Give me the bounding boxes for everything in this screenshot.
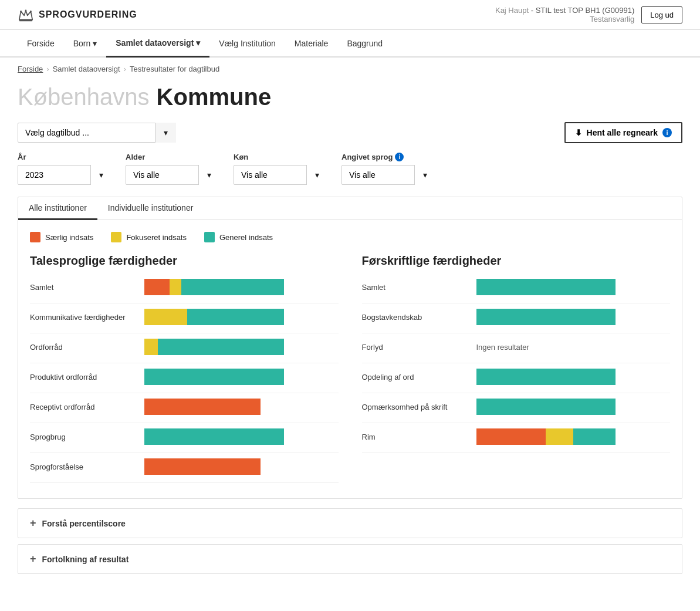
chart-bar-container bbox=[476, 279, 671, 295]
row-divider bbox=[362, 453, 671, 453]
user-info: Kaj Haupt - STIL test TOP BH1 (G00991) T… bbox=[495, 6, 634, 23]
filter-age-dropdown[interactable]: Vis alle3 år4 år5 år6 år bbox=[126, 165, 219, 185]
legend-label-yellow: Fokuseret indsats bbox=[126, 233, 187, 242]
chart-row-label: Sprogbrug bbox=[30, 433, 144, 441]
bar-segment-yellow bbox=[546, 428, 573, 445]
accordion-2: + Fortolkning af resultat bbox=[18, 544, 682, 574]
chart-bar-container bbox=[476, 399, 671, 415]
legend-color-yellow bbox=[111, 232, 121, 242]
row-divider bbox=[30, 453, 339, 453]
legend-item-yellow: Fokuseret indsats bbox=[111, 232, 187, 242]
bar-segment-teal bbox=[476, 309, 616, 325]
nav-item-samlet[interactable]: Samlet dataoversigt ▾ bbox=[106, 30, 209, 58]
filter-gender-label: Køn bbox=[234, 153, 327, 161]
accordion-2-header[interactable]: + Fortolkning af resultat bbox=[18, 545, 682, 573]
bar-segment-teal bbox=[158, 339, 284, 355]
breadcrumb-sep-1: › bbox=[46, 65, 49, 73]
accordion-1-label: Forstå percentilscore bbox=[42, 519, 126, 528]
chart-sections: Talesproglige færdigheder SamletKommunik… bbox=[30, 254, 670, 487]
chart-row-label: Receptivt ordforråd bbox=[30, 403, 144, 411]
language-info-icon[interactable]: i bbox=[395, 153, 404, 161]
chart-row-label: Opmærksomhed på skrift bbox=[362, 403, 476, 411]
svg-point-3 bbox=[20, 11, 22, 12]
chart-bar-container bbox=[476, 309, 671, 325]
chart-bar-container bbox=[144, 458, 339, 475]
user-role: Testansvarlig bbox=[495, 15, 634, 23]
nav-samlet-chevron: ▾ bbox=[196, 38, 200, 48]
legend-label-red: Særlig indsats bbox=[45, 233, 93, 242]
row-divider bbox=[362, 423, 671, 423]
tab-alle-institutioner[interactable]: Alle institutioner bbox=[18, 197, 97, 220]
download-info-badge: i bbox=[662, 128, 672, 137]
chart-row-label: Samlet bbox=[362, 283, 476, 292]
left-chart-section: Talesproglige færdigheder SamletKommunik… bbox=[30, 254, 339, 487]
download-button[interactable]: ⬇ Hent alle regneark i bbox=[564, 122, 682, 143]
chart-row-label: Samlet bbox=[30, 283, 144, 292]
nav-item-forside[interactable]: Forside bbox=[18, 30, 64, 56]
row-divider bbox=[30, 333, 339, 333]
dagtilbud-dropdown[interactable]: Vælg dagtilbud ... bbox=[18, 123, 176, 143]
filters-row: År 202320222021 ▾ Alder Vis alle3 år4 år… bbox=[0, 153, 700, 197]
row-divider bbox=[30, 363, 339, 363]
dagtilbud-select-wrapper[interactable]: Vælg dagtilbud ... ▾ bbox=[18, 123, 176, 143]
bar-segment-red bbox=[144, 458, 261, 475]
row-divider bbox=[362, 363, 671, 363]
svg-point-2 bbox=[25, 10, 27, 12]
tab-individuelle-institutioner[interactable]: Individuelle institutioner bbox=[97, 197, 204, 220]
nav-item-institution[interactable]: Vælg Institution bbox=[209, 30, 285, 56]
filter-year-dropdown[interactable]: 202320222021 bbox=[18, 165, 111, 185]
chart-row: Kommunikative færdigheder bbox=[30, 307, 339, 327]
user-name-org: Kaj Haupt - STIL test TOP BH1 (G00991) bbox=[495, 6, 634, 15]
bar-segment-red bbox=[476, 428, 546, 445]
filter-language-select-wrapper[interactable]: Vis alleDanskAndet ▾ bbox=[341, 165, 435, 185]
chart-row: Bogstavkendskab bbox=[362, 307, 671, 327]
breadcrumb: Forside › Samlet dataoversigt › Testresu… bbox=[0, 58, 700, 80]
tab-content: Særlig indsats Fokuseret indsats Generel… bbox=[18, 220, 682, 498]
chart-row: ForlydIngen resultater bbox=[362, 337, 671, 357]
chart-row-label: Produktivt ordforråd bbox=[30, 373, 144, 382]
download-label: Hent alle regneark bbox=[587, 128, 658, 137]
row-divider bbox=[30, 393, 339, 393]
filter-language-dropdown[interactable]: Vis alleDanskAndet bbox=[341, 165, 435, 185]
filter-year-label: År bbox=[18, 153, 111, 161]
tabs-header: Alle institutioner Individuelle institut… bbox=[18, 197, 682, 220]
chart-bar-container bbox=[144, 369, 339, 385]
nav-born-label: Born bbox=[73, 39, 91, 48]
chart-bar-container bbox=[476, 428, 671, 445]
row-divider bbox=[362, 333, 671, 333]
bar-segment-yellow bbox=[144, 309, 187, 325]
bar-segment-teal bbox=[144, 369, 284, 385]
chart-row-label: Sprogforståelse bbox=[30, 463, 144, 471]
chart-row: Sprogbrug bbox=[30, 427, 339, 447]
filter-gender-dropdown[interactable]: Vis alleDrengPige bbox=[234, 165, 327, 185]
filter-gender-select-wrapper[interactable]: Vis alleDrengPige ▾ bbox=[234, 165, 327, 185]
user-org: - STIL test TOP BH1 (G00991) bbox=[531, 6, 635, 15]
chart-bar-container bbox=[144, 279, 339, 295]
row-divider bbox=[362, 393, 671, 393]
nav-item-baggrund[interactable]: Baggrund bbox=[337, 30, 392, 56]
accordion-1-header[interactable]: + Forstå percentilscore bbox=[18, 509, 682, 538]
nav-item-born[interactable]: Born ▾ bbox=[64, 30, 107, 56]
breadcrumb-forside[interactable]: Forside bbox=[18, 65, 43, 73]
chart-bar-container bbox=[144, 399, 339, 415]
bar-segment-teal bbox=[144, 428, 284, 445]
right-section-title: Førskriftlige færdigheder bbox=[362, 254, 671, 268]
legend-color-red bbox=[30, 232, 40, 242]
accordion-1: + Forstå percentilscore bbox=[18, 508, 682, 538]
right-chart-section: Førskriftlige færdigheder SamletBogstavk… bbox=[362, 254, 671, 487]
logout-button[interactable]: Log ud bbox=[641, 6, 682, 23]
bar-segment-yellow bbox=[170, 279, 181, 295]
nav-item-materiale[interactable]: Materiale bbox=[285, 30, 338, 56]
legend-item-red: Særlig indsats bbox=[30, 232, 93, 242]
page-title-bold: Kommune bbox=[157, 84, 272, 110]
bar-segment-red bbox=[144, 279, 170, 295]
filter-age-select-wrapper[interactable]: Vis alle3 år4 år5 år6 år ▾ bbox=[126, 165, 219, 185]
user-name: Kaj Haupt bbox=[495, 6, 529, 15]
legend-item-teal: Generel indsats bbox=[204, 232, 273, 242]
filter-language-label: Angivet sprog i bbox=[341, 153, 435, 161]
chart-bar-container bbox=[144, 339, 339, 355]
header-right: Kaj Haupt - STIL test TOP BH1 (G00991) T… bbox=[495, 6, 682, 23]
chart-bar-container bbox=[144, 309, 339, 325]
legend-label-teal: Generel indsats bbox=[219, 233, 273, 242]
filter-year-select-wrapper[interactable]: 202320222021 ▾ bbox=[18, 165, 111, 185]
